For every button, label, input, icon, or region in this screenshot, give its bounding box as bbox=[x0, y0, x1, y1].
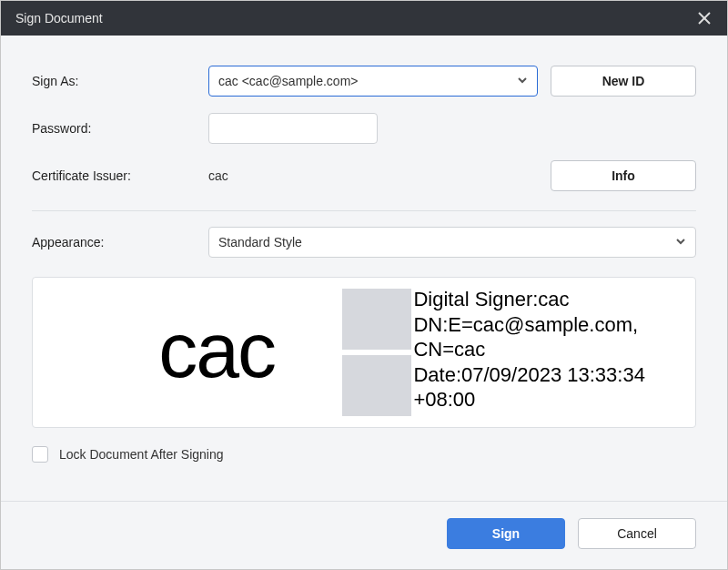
row-lock: Lock Document After Signing bbox=[32, 446, 696, 463]
dialog-title: Sign Document bbox=[15, 11, 694, 25]
cancel-button[interactable]: Cancel bbox=[578, 518, 696, 549]
password-input[interactable] bbox=[208, 113, 378, 144]
row-sign-as: Sign As: cac <cac@sample.com> New ID bbox=[32, 57, 696, 105]
appearance-value: Standard Style bbox=[218, 235, 675, 249]
sign-button[interactable]: Sign bbox=[447, 518, 565, 549]
row-appearance: Appearance: Standard Style bbox=[32, 219, 696, 266]
preview-line-tz: +08:00 bbox=[413, 387, 686, 412]
issuer-value: cac bbox=[208, 168, 228, 183]
dialog-content: Sign As: cac <cac@sample.com> New ID Pas… bbox=[1, 36, 727, 501]
preview-line-signer: Digital Signer:cac bbox=[413, 287, 686, 312]
preview-left: cac bbox=[33, 278, 400, 427]
preview-line-cn: CN=cac bbox=[413, 337, 686, 362]
appearance-select[interactable]: Standard Style bbox=[208, 227, 696, 258]
label-password: Password: bbox=[32, 121, 208, 136]
row-password: Password: bbox=[32, 105, 696, 152]
label-sign-as: Sign As: bbox=[32, 74, 208, 88]
dialog-footer: Sign Cancel bbox=[1, 501, 727, 569]
sign-as-select[interactable]: cac <cac@sample.com> bbox=[208, 66, 538, 97]
sign-as-value: cac <cac@sample.com> bbox=[218, 74, 517, 88]
new-id-button[interactable]: New ID bbox=[551, 66, 696, 97]
signature-preview: cac Digital Signer:cac DN:E=cac@sample.c… bbox=[32, 277, 696, 428]
titlebar: Sign Document bbox=[1, 1, 727, 36]
preview-line-dn: DN:E=cac@sample.com, bbox=[413, 312, 686, 338]
preview-big-name: cac bbox=[158, 310, 275, 389]
label-lock: Lock Document After Signing bbox=[59, 447, 224, 462]
preview-details: Digital Signer:cac DN:E=cac@sample.com, … bbox=[400, 278, 695, 427]
lock-checkbox[interactable] bbox=[32, 446, 48, 463]
chevron-down-icon bbox=[675, 235, 686, 249]
row-issuer: Certificate Issuer: cac Info bbox=[32, 152, 696, 199]
stamp-icon bbox=[342, 289, 411, 416]
chevron-down-icon bbox=[517, 74, 528, 88]
sign-document-dialog: Sign Document Sign As: cac <cac@sample.c… bbox=[0, 0, 728, 570]
info-button[interactable]: Info bbox=[551, 160, 696, 191]
label-appearance: Appearance: bbox=[32, 235, 208, 249]
divider bbox=[32, 210, 696, 211]
preview-line-date: Date:07/09/2023 13:33:34 bbox=[413, 362, 686, 388]
close-icon[interactable] bbox=[694, 8, 714, 28]
label-issuer: Certificate Issuer: bbox=[32, 168, 208, 183]
